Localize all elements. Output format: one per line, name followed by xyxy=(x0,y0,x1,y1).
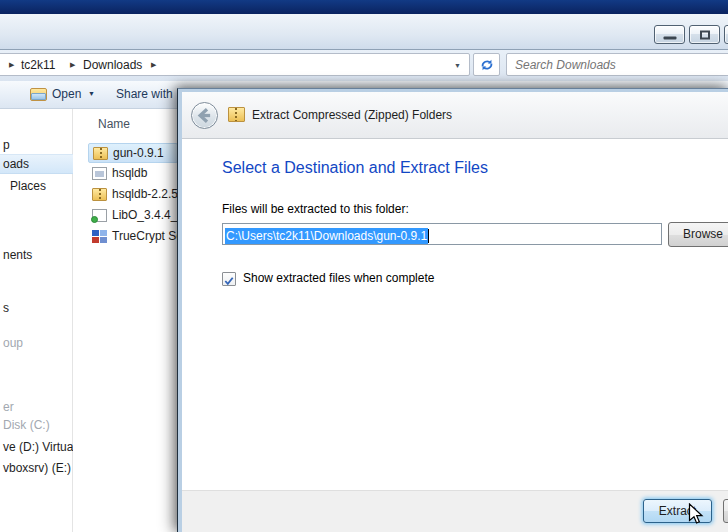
installer-document-icon xyxy=(92,209,107,222)
file-row[interactable]: hsqldb-2.2.5 xyxy=(88,185,178,205)
desktop-top-strip xyxy=(0,0,728,14)
file-name: hsqldb xyxy=(112,166,147,180)
address-bar[interactable]: ↓ ▶ tc2k11 ▶ Downloads ▶ ▼ xyxy=(0,53,470,76)
share-with-button[interactable]: Share with xyxy=(116,87,173,101)
show-files-checkbox-label: Show extracted files when complete xyxy=(243,271,434,285)
navigation-pane: p oads Places nents s oup er Disk (C:) v… xyxy=(0,109,73,532)
folder-download-icon: ↓ xyxy=(0,59,2,73)
address-bar-row: ↓ ▶ tc2k11 ▶ Downloads ▶ ▼ xyxy=(0,50,728,81)
breadcrumb-arrow-icon: ▶ xyxy=(151,61,156,69)
zip-folder-icon xyxy=(93,147,108,160)
refresh-button[interactable] xyxy=(473,53,500,76)
open-button[interactable]: Open xyxy=(52,87,81,101)
dialog-content: Select a Destination and Extract Files F… xyxy=(182,139,728,490)
explorer-titlebar xyxy=(0,14,728,50)
dialog-heading: Select a Destination and Extract Files xyxy=(222,159,488,177)
refresh-icon xyxy=(480,58,494,72)
close-button[interactable] xyxy=(724,25,728,44)
dialog-footer: Extract xyxy=(182,490,728,532)
zip-folder-icon xyxy=(92,188,107,201)
show-files-checkbox[interactable] xyxy=(222,272,236,286)
screen: ↓ ▶ tc2k11 ▶ Downloads ▶ ▼ Open ▼ Share … xyxy=(0,0,728,532)
breadcrumb-item-user[interactable]: tc2k11 xyxy=(21,58,55,72)
sidebar-item-cd-drive-d[interactable]: ve (D:) Virtual xyxy=(0,438,73,456)
restore-icon xyxy=(700,30,710,39)
column-header-name[interactable]: Name xyxy=(98,117,130,131)
document-icon xyxy=(92,167,107,180)
back-button[interactable] xyxy=(191,102,218,129)
sidebar-item-recent-places[interactable]: Places xyxy=(0,177,73,195)
browse-button[interactable]: Browse xyxy=(668,222,728,247)
breadcrumb-item-downloads[interactable]: Downloads xyxy=(83,58,142,72)
file-row[interactable]: TrueCrypt Se xyxy=(88,227,178,247)
destination-label: Files will be extracted to this folder: xyxy=(222,202,409,216)
minimize-button[interactable] xyxy=(654,25,685,44)
dialog-header: Extract Compressed (Zipped) Folders xyxy=(182,92,728,139)
file-row[interactable]: gun-0.9.1 xyxy=(88,143,178,163)
sidebar-item-local-disk-c[interactable]: Disk (C:) xyxy=(0,416,73,434)
mouse-cursor xyxy=(688,503,704,525)
sidebar-item-desktop[interactable]: p xyxy=(0,136,73,154)
search-input[interactable] xyxy=(507,54,728,75)
restore-button[interactable] xyxy=(689,25,720,44)
sidebar-item-computer[interactable]: er xyxy=(0,398,73,416)
cancel-button[interactable] xyxy=(723,499,728,523)
open-dropdown-icon[interactable]: ▼ xyxy=(88,90,95,97)
search-box[interactable] xyxy=(506,53,728,76)
breadcrumb-arrow-icon: ▶ xyxy=(70,61,75,69)
sidebar-item-downloads[interactable]: oads xyxy=(0,155,73,173)
sidebar-item-documents[interactable]: nents xyxy=(0,246,73,264)
minimize-icon xyxy=(663,36,676,39)
checkmark-icon xyxy=(223,275,235,287)
selected-path-text: C:\Users\tc2k11\Downloads\gun-0.9.1 xyxy=(225,228,428,244)
file-name: TrueCrypt Se xyxy=(112,229,183,243)
file-name: gun-0.9.1 xyxy=(113,146,164,160)
file-row[interactable]: hsqldb xyxy=(88,164,178,184)
sidebar-item-library[interactable]: s xyxy=(0,299,73,317)
open-folder-icon xyxy=(30,88,47,101)
extract-dialog: Extract Compressed (Zipped) Folders Sele… xyxy=(177,88,728,532)
file-name: hsqldb-2.2.5 xyxy=(112,187,178,201)
address-dropdown-icon[interactable]: ▼ xyxy=(454,62,461,69)
dialog-title: Extract Compressed (Zipped) Folders xyxy=(252,108,452,122)
setup-icon xyxy=(92,230,107,243)
destination-path-input[interactable]: C:\Users\tc2k11\Downloads\gun-0.9.1 xyxy=(222,223,662,245)
zip-folder-icon xyxy=(228,107,245,122)
breadcrumb-arrow-icon: ▶ xyxy=(9,61,14,69)
back-arrow-icon xyxy=(192,103,217,128)
text-caret xyxy=(428,229,429,243)
sidebar-item-share-e[interactable]: vboxsrv) (E:) xyxy=(0,459,73,477)
sidebar-item-homegroup[interactable]: oup xyxy=(0,334,73,352)
file-row[interactable]: LibO_3.4.4_W xyxy=(88,206,178,226)
